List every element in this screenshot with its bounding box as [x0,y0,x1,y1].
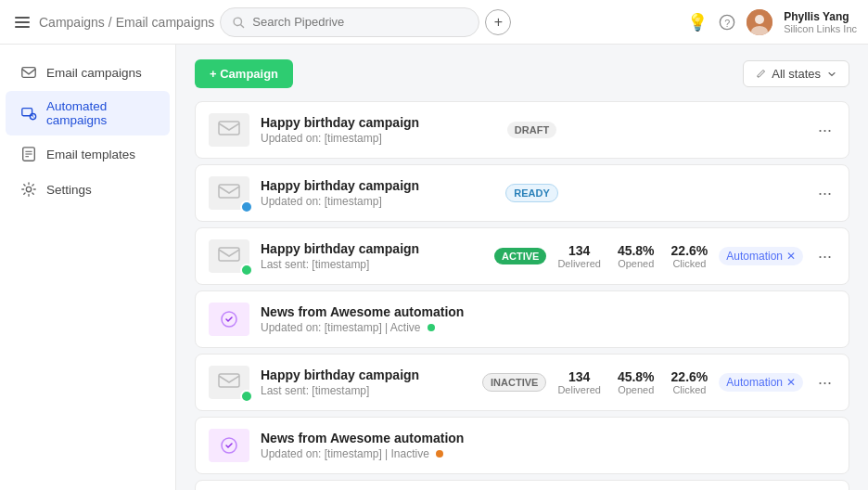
more-options-button[interactable]: ··· [814,243,836,270]
stat-clicked: 22.6% Clicked [671,243,708,269]
search-icon [232,16,245,29]
lightbulb-icon[interactable]: 💡 [687,12,708,32]
user-company: Silicon Links Inc [784,23,857,34]
campaign-badge [240,264,253,277]
sidebar-item-automated-campaigns-label: Automated campaigns [46,99,155,127]
sidebar-item-settings[interactable]: Settings [6,173,170,206]
remove-automation-button[interactable]: ✕ [786,251,796,262]
breadcrumb: Campaigns / Email campaigns [39,15,214,30]
campaign-thumbnail [209,429,249,462]
campaign-title: Happy birthday campaign [261,178,494,193]
campaign-info: Happy birthday campaign Last sent: [time… [261,368,471,397]
stat-clicked: 22.6% Clicked [671,369,708,395]
search-bar [220,7,479,37]
campaign-stats: 134 Delivered 45.8% Opened 22.6% Clicked [557,243,708,269]
breadcrumb-current: Email campaigns [116,15,215,30]
svg-rect-19 [219,374,239,387]
svg-point-5 [755,15,764,24]
automation-label: Automation [726,250,783,263]
search-input[interactable] [252,15,438,29]
table-row: Happy birthday campaign Updated on: [tim… [195,101,849,159]
automation-tag: Automation ✕ [719,247,803,265]
main-layout: Email campaigns Automated campaigns Emai… [0,45,868,490]
svg-point-14 [26,187,31,191]
svg-rect-7 [22,68,35,78]
stat-clicked-label: Clicked [672,258,706,269]
campaign-stats: 134 Delivered 45.8% Opened 22.6% Clicked [557,369,708,395]
campaign-list: Happy birthday campaign Updated on: [tim… [195,101,849,490]
content: + Campaign All states Happy birthday cam… [176,45,868,490]
campaign-info: News from Awesome automation Updated on:… [261,304,542,334]
hamburger-icon[interactable] [11,13,33,32]
remove-automation-button[interactable]: ✕ [786,377,796,388]
pencil-icon [755,69,766,80]
stat-opened: 45.8% Opened [618,243,655,269]
more-options-button[interactable]: ··· [814,117,836,144]
automation-tag: Automation ✕ [719,373,803,392]
stat-clicked-value: 22.6% [671,369,708,384]
more-options-button[interactable]: ··· [814,180,836,207]
campaign-subtitle: Last sent: [timestamp] [261,384,471,397]
add-button[interactable]: + [485,9,511,35]
active-status-dot [428,324,435,331]
status-badge: DRAFT [507,122,556,138]
add-campaign-button[interactable]: + Campaign [195,59,293,88]
sidebar-item-settings-label: Settings [46,183,92,197]
email-templates-icon [20,146,37,162]
sidebar-item-email-campaigns[interactable]: Email campaigns [6,56,170,89]
stat-delivered: 134 Delivered [557,243,600,269]
avatar [747,9,772,35]
sidebar: Email campaigns Automated campaigns Emai… [0,45,176,490]
automated-campaigns-icon [20,105,37,122]
table-row: News from Awesome automation Updated on:… [195,290,849,348]
stat-delivered: 134 Delivered [557,369,600,395]
user-name: Phyllis Yang [784,10,857,23]
stat-delivered-value: 134 [568,243,590,258]
settings-icon [20,181,37,198]
status-badge: INACTIVE [482,373,546,392]
breadcrumb-campaigns[interactable]: Campaigns [39,15,105,30]
breadcrumb-sep: / [108,15,112,30]
stat-opened-value: 45.8% [618,243,655,258]
stat-opened-label: Opened [618,384,654,395]
campaign-thumbnail [209,113,249,147]
campaign-subtitle: Last sent: [timestamp] [261,258,483,271]
topbar-right: 💡 ? Phyllis Yang Silicon Links Inc [687,9,857,35]
topbar-left: Campaigns / Email campaigns + [11,7,678,37]
all-states-button[interactable]: All states [743,60,849,87]
stat-delivered-label: Delivered [557,258,600,269]
svg-rect-17 [219,248,239,261]
table-row: News from Awesome automation Updated on:… [195,417,849,474]
table-row: Happy birthday campaign Updated on: [tim… [195,164,849,222]
inactive-status-dot [436,450,443,458]
svg-rect-15 [219,122,239,135]
stat-delivered-value: 134 [568,369,590,384]
campaign-thumbnail [209,303,249,336]
campaign-title: News from Awesome automation [261,304,542,319]
campaign-thumbnail [209,366,249,399]
chevron-down-icon [826,69,837,80]
stat-opened-value: 45.8% [618,369,655,384]
email-campaigns-icon [20,64,37,81]
sidebar-item-email-templates[interactable]: Email templates [6,137,170,171]
campaign-subtitle: Updated on: [timestamp] | Active [261,321,542,334]
campaign-badge [240,390,253,403]
campaign-title: Happy birthday campaign [261,115,496,130]
campaign-title: Happy birthday campaign [261,368,471,382]
campaign-thumbnail [209,176,249,210]
stat-opened: 45.8% Opened [618,369,655,395]
sidebar-item-email-templates-label: Email templates [46,148,135,161]
stat-delivered-label: Delivered [557,384,600,395]
svg-line-1 [241,24,244,27]
automation-label: Automation [726,376,783,389]
campaign-info: Happy birthday campaign Updated on: [tim… [261,178,494,208]
campaign-info: Happy birthday campaign Last sent: [time… [261,241,483,271]
campaign-title: News from Awesome automation [261,431,542,445]
more-options-button[interactable]: ··· [814,369,836,396]
campaign-info: Happy birthday campaign Updated on: [tim… [261,115,496,145]
campaign-subtitle: Updated on: [timestamp] [261,195,494,208]
sidebar-item-automated-campaigns[interactable]: Automated campaigns [6,91,170,135]
sidebar-item-email-campaigns-label: Email campaigns [46,66,142,80]
campaign-title: Happy birthday campaign [261,241,483,256]
help-icon[interactable]: ? [719,14,735,31]
